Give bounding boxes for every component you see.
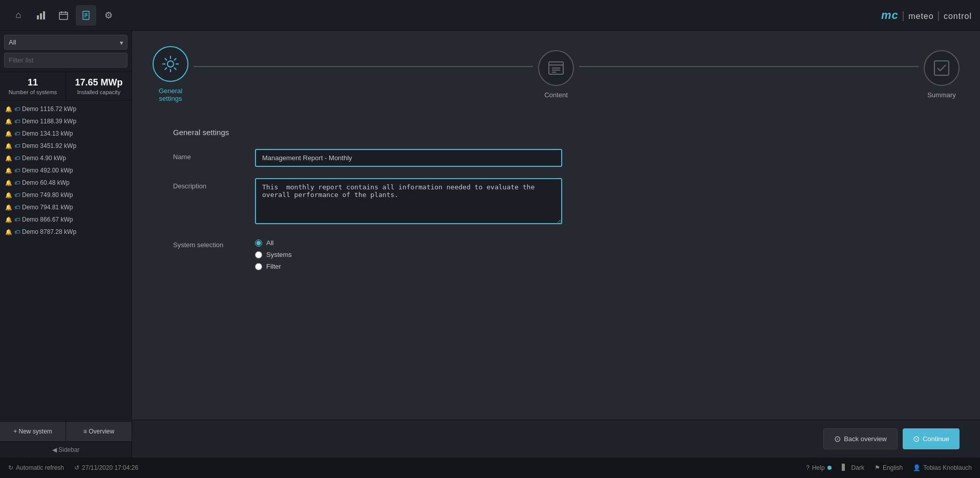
description-textarea[interactable] bbox=[255, 178, 562, 224]
calendar-icon[interactable] bbox=[53, 5, 74, 26]
list-item[interactable]: 🔔 🏷 Demo 4.90 kWp bbox=[0, 152, 132, 164]
bottom-bar: ↻ Automatic refresh ↺ 27/11/2020 17:04:2… bbox=[0, 458, 980, 478]
tag-icon: 🏷 bbox=[14, 192, 20, 198]
sidebar-stats: 11 Number of systems 17.65 MWp Installed… bbox=[0, 72, 132, 101]
app-logo: mc | meteo | control bbox=[881, 9, 972, 22]
language-item[interactable]: ⚑ English bbox=[875, 464, 903, 471]
filter-select-wrapper[interactable]: All bbox=[4, 35, 127, 50]
list-item[interactable]: 🔔 🏷 Demo 866.67 kWp bbox=[0, 213, 132, 226]
bell-icon: 🔔 bbox=[5, 106, 12, 113]
datetime-label: 27/11/2020 17:04:26 bbox=[82, 464, 138, 471]
system-name: Demo 1116.72 kWp bbox=[22, 105, 76, 113]
svg-rect-26 bbox=[842, 464, 845, 471]
bell-icon: 🔔 bbox=[5, 180, 12, 186]
name-control bbox=[255, 149, 562, 167]
tag-icon: 🏷 bbox=[14, 229, 20, 235]
nav-icons: ⌂ ⚙ bbox=[8, 5, 119, 26]
stat-systems: 11 Number of systems bbox=[0, 72, 66, 100]
wizard-line-2 bbox=[579, 66, 919, 67]
list-item[interactable]: 🔔 🏷 Demo 60.48 kWp bbox=[0, 177, 132, 189]
description-control bbox=[255, 178, 562, 226]
back-overview-button[interactable]: ⊙ Back overview bbox=[823, 428, 898, 449]
radio-filter-input[interactable] bbox=[255, 263, 262, 270]
system-name: Demo 3451.92 kWp bbox=[22, 142, 76, 149]
radio-all-input[interactable] bbox=[255, 240, 262, 247]
svg-rect-25 bbox=[934, 61, 949, 75]
dark-label: Dark bbox=[851, 464, 864, 471]
wizard-step-summary[interactable]: Summary bbox=[924, 50, 960, 99]
chart-icon[interactable] bbox=[31, 5, 51, 26]
system-name: Demo 749.80 kWp bbox=[22, 191, 73, 199]
radio-systems[interactable]: Systems bbox=[255, 251, 562, 258]
help-icon: ? bbox=[806, 464, 809, 471]
list-item[interactable]: 🔔 🏷 Demo 1116.72 kWp bbox=[0, 103, 132, 115]
language-label: English bbox=[883, 464, 903, 471]
content-area: Generalsettings Content bbox=[132, 31, 980, 458]
radio-filter[interactable]: Filter bbox=[255, 263, 562, 270]
radio-systems-input[interactable] bbox=[255, 251, 262, 258]
svg-rect-2 bbox=[43, 11, 45, 19]
section-title: General settings bbox=[173, 128, 939, 137]
list-item[interactable]: 🔔 🏷 Demo 1188.39 kWp bbox=[0, 115, 132, 127]
bell-icon: 🔔 bbox=[5, 155, 12, 162]
settings-icon[interactable]: ⚙ bbox=[98, 5, 119, 26]
list-item[interactable]: 🔔 🏷 Demo 134.13 kWp bbox=[0, 127, 132, 140]
name-input[interactable] bbox=[255, 149, 562, 167]
continue-label: Continue bbox=[923, 435, 949, 443]
continue-circle-icon: ⊙ bbox=[913, 434, 920, 444]
tag-icon: 🏷 bbox=[14, 143, 20, 149]
step-label-content: Content bbox=[544, 91, 568, 99]
radio-filter-label: Filter bbox=[266, 263, 281, 270]
step-circle-general bbox=[153, 46, 188, 82]
dark-item[interactable]: Dark bbox=[842, 464, 864, 472]
tag-icon: 🏷 bbox=[14, 216, 20, 223]
help-label: Help bbox=[812, 464, 825, 471]
svg-line-16 bbox=[165, 58, 167, 60]
filter-input[interactable] bbox=[4, 53, 127, 68]
bell-icon: 🔔 bbox=[5, 216, 12, 223]
filter-select[interactable]: All bbox=[4, 35, 127, 50]
tag-icon: 🏷 bbox=[14, 204, 20, 210]
stat-capacity-label: Installed capacity bbox=[70, 89, 127, 95]
sidebar-toggle[interactable]: ◀ Sidebar bbox=[0, 441, 132, 458]
sidebar: All 11 Number of systems 17.65 MWp Insta… bbox=[0, 31, 132, 458]
system-name: Demo 8787.28 kWp bbox=[22, 228, 76, 235]
system-name: Demo 4.90 kWp bbox=[22, 155, 66, 162]
user-icon: 👤 bbox=[913, 464, 921, 471]
radio-all-label: All bbox=[266, 239, 273, 247]
wizard-step-content[interactable]: Content bbox=[538, 50, 574, 99]
name-row: Name bbox=[173, 149, 939, 167]
back-circle-icon: ⊙ bbox=[834, 434, 841, 444]
wizard-steps: Generalsettings Content bbox=[132, 31, 980, 118]
wizard-step-general[interactable]: Generalsettings bbox=[153, 46, 188, 102]
bell-icon: 🔔 bbox=[5, 204, 12, 211]
step-circle-summary bbox=[924, 50, 960, 86]
svg-rect-3 bbox=[59, 12, 68, 19]
continue-button[interactable]: ⊙ Continue bbox=[903, 428, 960, 449]
list-item[interactable]: 🔔 🏷 Demo 492.00 kWp bbox=[0, 164, 132, 177]
bell-icon: 🔔 bbox=[5, 167, 12, 174]
report-icon[interactable] bbox=[76, 5, 96, 26]
home-icon[interactable]: ⌂ bbox=[8, 5, 29, 26]
new-system-button[interactable]: + New system bbox=[0, 422, 66, 441]
sidebar-header: All bbox=[0, 31, 132, 72]
bell-icon: 🔔 bbox=[5, 229, 12, 235]
svg-line-17 bbox=[174, 68, 176, 70]
list-item[interactable]: 🔔 🏷 Demo 749.80 kWp bbox=[0, 189, 132, 201]
system-name: Demo 60.48 kWp bbox=[22, 179, 70, 186]
stat-systems-label: Number of systems bbox=[4, 89, 61, 95]
name-label: Name bbox=[173, 149, 245, 161]
auto-refresh-item[interactable]: ↻ Automatic refresh bbox=[8, 464, 64, 471]
radio-systems-label: Systems bbox=[266, 251, 292, 258]
datetime-item: ↺ 27/11/2020 17:04:26 bbox=[74, 464, 138, 471]
step-circle-content bbox=[538, 50, 574, 86]
stat-systems-value: 11 bbox=[4, 77, 61, 88]
overview-button[interactable]: ≡ Overview bbox=[66, 422, 132, 441]
list-item[interactable]: 🔔 🏷 Demo 3451.92 kWp bbox=[0, 140, 132, 152]
radio-all[interactable]: All bbox=[255, 239, 562, 247]
help-item[interactable]: ? Help bbox=[806, 464, 831, 471]
list-item[interactable]: 🔔 🏷 Demo 8787.28 kWp bbox=[0, 226, 132, 238]
list-item[interactable]: 🔔 🏷 Demo 794.81 kWp bbox=[0, 201, 132, 213]
help-dot bbox=[827, 466, 832, 470]
user-item[interactable]: 👤 Tobias Knoblauch bbox=[913, 464, 972, 471]
